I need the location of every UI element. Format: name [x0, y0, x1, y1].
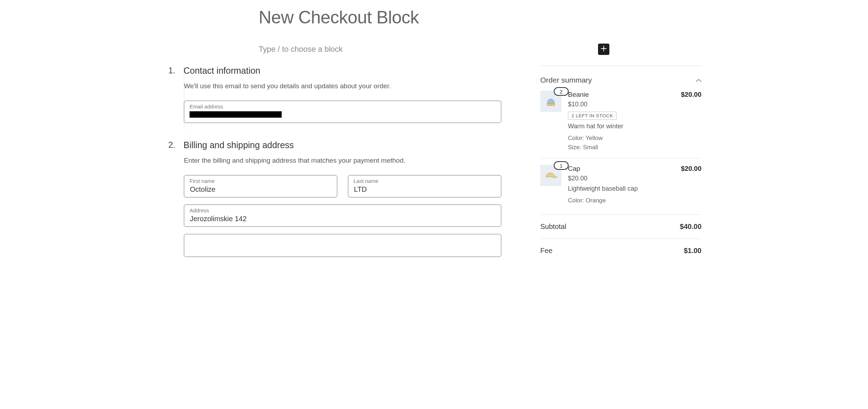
- stock-badge: 2 LEFT IN STOCK: [568, 112, 616, 120]
- item-thumb-wrap: 2: [540, 91, 562, 152]
- fee-row: Fee $1.00: [540, 239, 701, 263]
- contact-heading: Contact information: [184, 66, 501, 76]
- cart-item: 2 Beanie $20.00 $10.00 2 LEFT IN STOCK W…: [540, 91, 701, 158]
- next-field-wrapper: [184, 234, 501, 257]
- first-name-field[interactable]: [184, 175, 337, 197]
- redacted-email: [190, 111, 282, 118]
- item-total: $20.00: [681, 91, 701, 99]
- email-field-wrapper: Email address: [184, 101, 501, 123]
- order-summary-title: Order summary: [540, 76, 592, 84]
- item-name: Cap: [568, 165, 580, 173]
- item-unit-price: $10.00: [568, 101, 701, 108]
- block-inserter-row: Type / to choose a block: [259, 44, 701, 55]
- last-name-wrapper: Last name: [348, 175, 501, 197]
- cart-item: 1 Cap $20.00 $20.00 Lightweight baseball…: [540, 158, 701, 212]
- billing-description: Enter the billing and shipping address t…: [184, 157, 501, 164]
- step-number-2: 2.: [167, 140, 175, 257]
- item-meta: Color: Yellow Size: Small: [568, 134, 701, 152]
- order-totals: Subtotal $40.00 Fee $1.00: [540, 214, 701, 263]
- item-color: Color: Yellow: [568, 134, 701, 143]
- item-thumb-wrap: 1: [540, 165, 562, 205]
- order-summary-header[interactable]: Order summary: [540, 76, 701, 84]
- svg-point-1: [550, 103, 552, 105]
- qty-badge: 2: [554, 87, 569, 96]
- add-block-button[interactable]: [598, 44, 609, 55]
- item-size: Size: Small: [568, 143, 701, 152]
- item-name: Beanie: [568, 91, 589, 99]
- billing-heading: Billing and shipping address: [184, 140, 501, 150]
- address-field[interactable]: [184, 204, 501, 227]
- chevron-up-icon: [696, 77, 701, 84]
- step-number-1: 1.: [167, 66, 175, 130]
- item-color: Color: Orange: [568, 196, 701, 205]
- last-name-field[interactable]: [348, 175, 501, 197]
- item-description: Lightweight baseball cap: [568, 185, 701, 192]
- order-summary-panel: Order summary 2: [540, 66, 701, 267]
- beanie-icon: [545, 95, 557, 107]
- item-total: $20.00: [681, 165, 701, 173]
- address-wrapper: Address: [184, 204, 501, 227]
- fee-label: Fee: [540, 247, 552, 255]
- checkout-form: 1. Contact information We'll use this em…: [167, 66, 501, 267]
- step-billing: 2. Billing and shipping address Enter th…: [167, 140, 501, 257]
- cap-icon: [544, 170, 558, 180]
- svg-point-2: [552, 176, 557, 178]
- qty-badge: 1: [554, 161, 569, 170]
- step-contact: 1. Contact information We'll use this em…: [167, 66, 501, 130]
- item-meta: Color: Orange: [568, 196, 701, 205]
- subtotal-value: $40.00: [680, 223, 701, 231]
- plus-icon: [601, 45, 607, 54]
- first-name-wrapper: First name: [184, 175, 337, 197]
- contact-description: We'll use this email to send you details…: [184, 82, 501, 90]
- item-unit-price: $20.00: [568, 175, 701, 182]
- block-prompt[interactable]: Type / to choose a block: [259, 45, 343, 54]
- subtotal-row: Subtotal $40.00: [540, 215, 701, 239]
- fee-value: $1.00: [684, 247, 701, 255]
- page-title: New Checkout Block: [259, 7, 701, 28]
- next-field[interactable]: [184, 234, 501, 257]
- subtotal-label: Subtotal: [540, 223, 566, 231]
- item-description: Warm hat for winter: [568, 123, 701, 130]
